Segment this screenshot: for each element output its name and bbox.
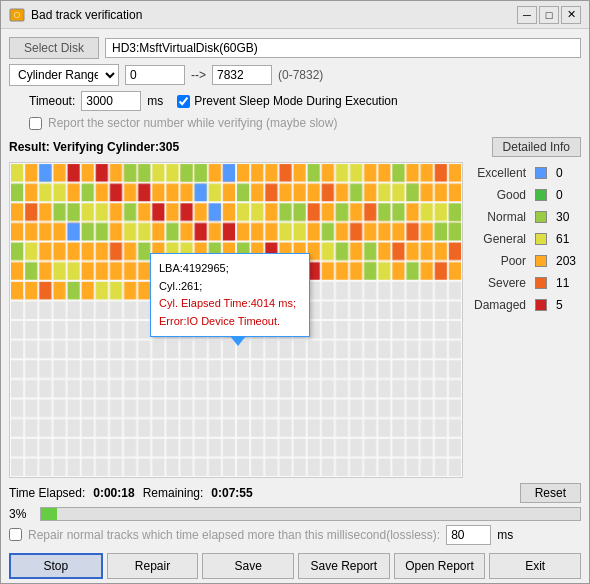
grid-area: LBA:4192965; Cyl.:261; Cyl. Elapsed Time… (9, 162, 463, 478)
minimize-button[interactable]: ─ (517, 6, 537, 24)
stat-label-normal: Normal (471, 210, 526, 224)
stat-count-poor: 203 (556, 254, 581, 268)
stat-row-normal: Normal 30 (471, 210, 581, 224)
progress-row: 3% (9, 507, 581, 521)
tooltip-error: Error:IO Device Timeout. (159, 313, 301, 331)
arrow-label: --> (191, 68, 206, 82)
app-icon (9, 7, 25, 23)
timeout-row: Timeout: ms Prevent Sleep Mode During Ex… (9, 91, 581, 111)
report-sector-label: Report the sector number while verifying… (48, 116, 337, 130)
tooltip-arrow (230, 336, 246, 346)
reset-button[interactable]: Reset (520, 483, 581, 503)
stat-label-damaged: Damaged (471, 298, 526, 312)
stat-color-damaged (535, 299, 547, 311)
repair-unit: ms (497, 528, 513, 542)
stop-button[interactable]: Stop (9, 553, 103, 579)
prevent-sleep-label: Prevent Sleep Mode During Execution (194, 94, 397, 108)
stat-row-poor: Poor 203 (471, 254, 581, 268)
stat-color-excellent (535, 167, 547, 179)
result-text: Result: Verifying Cylinder:305 (9, 140, 179, 154)
range-hint: (0-7832) (278, 68, 323, 82)
stat-count-good: 0 (556, 188, 581, 202)
repair-row: Repair normal tracks which time elapsed … (9, 525, 581, 545)
progress-fill (41, 508, 57, 520)
remaining-label: Remaining: (143, 486, 204, 500)
open-report-button[interactable]: Open Report (394, 553, 486, 579)
save-button[interactable]: Save (202, 553, 294, 579)
stat-label-severe: Severe (471, 276, 526, 290)
title-bar: Bad track verification ─ □ ✕ (1, 1, 589, 29)
stat-row-severe: Severe 11 (471, 276, 581, 290)
action-buttons: Stop Repair Save Save Report Open Report… (9, 553, 581, 579)
progress-percent: 3% (9, 507, 34, 521)
prevent-sleep-checkbox[interactable] (177, 95, 190, 108)
maximize-button[interactable]: □ (539, 6, 559, 24)
stat-label-poor: Poor (471, 254, 526, 268)
main-area: LBA:4192965; Cyl.:261; Cyl. Elapsed Time… (9, 162, 581, 478)
stat-count-severe: 11 (556, 276, 581, 290)
repair-button[interactable]: Repair (107, 553, 199, 579)
close-button[interactable]: ✕ (561, 6, 581, 24)
detailed-info-button[interactable]: Detailed Info (492, 137, 581, 157)
select-disk-row: Select Disk HD3:MsftVirtualDisk(60GB) (9, 37, 581, 59)
stat-label-excellent: Excellent (471, 166, 526, 180)
repair-ms-input[interactable] (446, 525, 491, 545)
stat-color-normal (535, 211, 547, 223)
tooltip-elapsed: Cyl. Elapsed Time:4014 ms; (159, 295, 301, 313)
bottom-section: Time Elapsed: 0:00:18 Remaining: 0:07:55… (9, 483, 581, 579)
range-end-input[interactable] (212, 65, 272, 85)
elapsed-label: Time Elapsed: (9, 486, 85, 500)
stat-count-excellent: 0 (556, 166, 581, 180)
stat-row-damaged: Damaged 5 (471, 298, 581, 312)
tooltip-lba: LBA:4192965; (159, 260, 301, 278)
stat-color-severe (535, 277, 547, 289)
elapsed-value: 0:00:18 (93, 486, 134, 500)
stat-color-general (535, 233, 547, 245)
result-bar: Result: Verifying Cylinder:305 Detailed … (9, 137, 581, 157)
stat-color-poor (535, 255, 547, 267)
timeout-input[interactable] (81, 91, 141, 111)
window-title: Bad track verification (31, 8, 142, 22)
stats-panel: Excellent 0 Good 0 Normal 30 General 61 … (471, 162, 581, 478)
stat-row-excellent: Excellent 0 (471, 166, 581, 180)
main-window: Bad track verification ─ □ ✕ Select Disk… (0, 0, 590, 584)
timeout-unit: ms (147, 94, 163, 108)
repair-checkbox[interactable] (9, 528, 22, 541)
timeout-label: Timeout: (29, 94, 75, 108)
stat-count-normal: 30 (556, 210, 581, 224)
stat-color-good (535, 189, 547, 201)
repair-label: Repair normal tracks which time elapsed … (28, 528, 440, 542)
select-disk-button[interactable]: Select Disk (9, 37, 99, 59)
stat-label-good: Good (471, 188, 526, 202)
stat-row-good: Good 0 (471, 188, 581, 202)
tooltip-box: LBA:4192965; Cyl.:261; Cyl. Elapsed Time… (150, 253, 310, 337)
report-sector-checkbox[interactable] (29, 117, 42, 130)
progress-bar (40, 507, 581, 521)
save-report-button[interactable]: Save Report (298, 553, 390, 579)
stat-label-general: General (471, 232, 526, 246)
disk-value: HD3:MsftVirtualDisk(60GB) (105, 38, 581, 58)
range-type-select[interactable]: Cylinder Range (9, 64, 119, 86)
tooltip-cyl: Cyl.:261; (159, 278, 301, 296)
cylinder-range-row: Cylinder Range --> (0-7832) (9, 64, 581, 86)
stat-count-general: 61 (556, 232, 581, 246)
exit-button[interactable]: Exit (489, 553, 581, 579)
stat-count-damaged: 5 (556, 298, 581, 312)
stat-row-general: General 61 (471, 232, 581, 246)
report-sector-row: Report the sector number while verifying… (29, 116, 581, 130)
time-row: Time Elapsed: 0:00:18 Remaining: 0:07:55… (9, 483, 581, 503)
remaining-value: 0:07:55 (211, 486, 252, 500)
range-start-input[interactable] (125, 65, 185, 85)
svg-rect-2 (15, 13, 19, 17)
